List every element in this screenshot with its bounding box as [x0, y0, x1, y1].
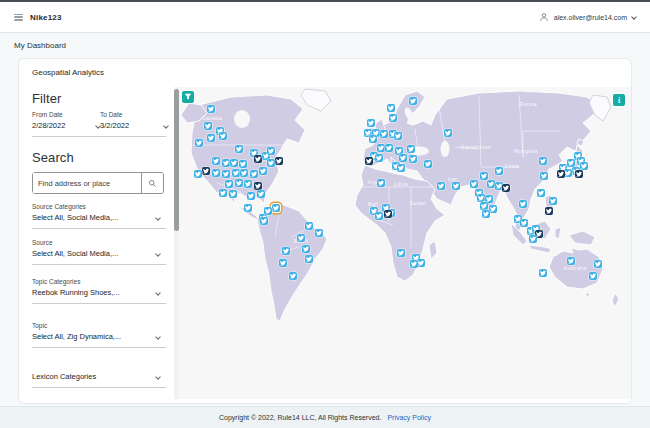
tweet-marker[interactable] — [480, 172, 488, 180]
tweet-marker[interactable] — [219, 189, 227, 197]
tweet-marker[interactable] — [272, 204, 280, 212]
tweet-marker[interactable] — [564, 169, 572, 177]
tweet-marker[interactable] — [365, 157, 373, 165]
tweet-marker[interactable] — [384, 210, 392, 218]
field-select[interactable]: Reebok Running Shoes,... — [32, 288, 160, 297]
tweet-marker[interactable] — [410, 260, 418, 268]
tweet-marker[interactable] — [539, 269, 547, 277]
tweet-marker[interactable] — [279, 259, 287, 267]
field-select[interactable]: Select All, Social Media,... — [32, 249, 160, 258]
tweet-marker[interactable] — [254, 182, 262, 190]
tweet-marker[interactable] — [580, 162, 588, 170]
tweet-marker[interactable] — [375, 154, 383, 162]
hamburger-menu-icon[interactable] — [14, 14, 23, 21]
user-menu[interactable]: alex.oliver@rule14.com — [539, 12, 636, 22]
search-input[interactable] — [33, 173, 141, 193]
privacy-policy-link[interactable]: Privacy Policy — [387, 414, 431, 421]
tweet-marker[interactable] — [482, 210, 490, 218]
tweet-marker[interactable] — [254, 155, 262, 163]
tweet-marker[interactable] — [567, 257, 575, 265]
to-date-select[interactable]: 3/2/2022 — [100, 121, 168, 130]
tweet-marker[interactable] — [594, 260, 602, 268]
tweet-marker[interactable] — [519, 200, 527, 208]
tweet-marker[interactable] — [369, 135, 377, 143]
tweet-marker[interactable] — [207, 105, 215, 113]
tweet-marker[interactable] — [545, 207, 553, 215]
tweet-marker[interactable] — [575, 170, 583, 178]
tweet-marker[interactable] — [529, 235, 537, 243]
tweet-marker[interactable] — [250, 170, 258, 178]
tweet-marker[interactable] — [444, 129, 452, 137]
tweet-marker[interactable] — [385, 144, 393, 152]
tweet-marker[interactable] — [409, 97, 417, 105]
tweet-marker[interactable] — [399, 154, 407, 162]
tweet-marker[interactable] — [387, 104, 395, 112]
tweet-marker[interactable] — [495, 167, 503, 175]
tweet-marker[interactable] — [394, 132, 402, 140]
from-date-select[interactable]: 2/28/2022 — [32, 121, 100, 130]
tweet-marker[interactable] — [380, 130, 388, 138]
tweet-marker[interactable] — [480, 202, 488, 210]
tweet-marker[interactable] — [219, 132, 227, 140]
tweet-marker[interactable] — [195, 139, 203, 147]
tweet-marker[interactable] — [315, 229, 323, 237]
tweet-marker[interactable] — [194, 170, 202, 178]
tweet-marker[interactable] — [367, 119, 375, 127]
field-select[interactable]: Select All, Social Media,... — [32, 213, 160, 222]
tweet-marker[interactable] — [424, 160, 432, 168]
tweet-marker[interactable] — [539, 157, 547, 165]
tweet-marker[interactable] — [397, 249, 405, 257]
tweet-marker[interactable] — [537, 189, 545, 197]
tweet-marker[interactable] — [244, 180, 252, 188]
tweet-marker[interactable] — [549, 197, 557, 205]
tweet-marker[interactable] — [397, 164, 405, 172]
tweet-marker[interactable] — [567, 159, 575, 167]
tweet-marker[interactable] — [389, 114, 397, 122]
tweet-marker[interactable] — [375, 212, 383, 220]
tweet-marker[interactable] — [204, 122, 212, 130]
tweet-marker[interactable] — [275, 157, 283, 165]
tweet-marker[interactable] — [235, 179, 243, 187]
tweet-marker[interactable] — [487, 180, 495, 188]
map-info-button[interactable]: i — [613, 94, 625, 106]
tweet-marker[interactable] — [267, 159, 275, 167]
tweet-marker[interactable] — [232, 169, 240, 177]
tweet-marker[interactable] — [202, 167, 210, 175]
tweet-marker[interactable] — [222, 170, 230, 178]
tweet-marker[interactable] — [502, 184, 510, 192]
tweet-marker[interactable] — [267, 147, 275, 155]
tweet-marker[interactable] — [557, 170, 565, 178]
tweet-marker[interactable] — [417, 259, 425, 267]
tweet-marker[interactable] — [289, 272, 297, 280]
tweet-marker[interactable] — [260, 217, 268, 225]
tweet-marker[interactable] — [225, 180, 233, 188]
tweet-marker[interactable] — [305, 255, 313, 263]
tweet-marker[interactable] — [240, 169, 248, 177]
tweet-marker[interactable] — [235, 145, 243, 153]
tweet-marker[interactable] — [297, 234, 305, 242]
tweet-marker[interactable] — [244, 204, 252, 212]
tweet-marker[interactable] — [407, 145, 415, 153]
field-select[interactable]: Lexicon Categories — [32, 372, 160, 381]
tweet-marker[interactable] — [257, 190, 265, 198]
tweet-marker[interactable] — [247, 192, 255, 200]
tweet-marker[interactable] — [520, 219, 528, 227]
tweet-marker[interactable] — [589, 272, 597, 280]
tweet-marker[interactable] — [239, 160, 247, 168]
tweet-marker[interactable] — [212, 169, 220, 177]
tweet-marker[interactable] — [222, 159, 230, 167]
tweet-marker[interactable] — [409, 155, 417, 163]
tweet-marker[interactable] — [282, 247, 290, 255]
tweet-marker[interactable] — [212, 157, 220, 165]
field-select[interactable]: Select All, Zig Dynamica,... — [32, 332, 160, 341]
tweet-marker[interactable] — [207, 134, 215, 142]
tweet-marker[interactable] — [305, 222, 313, 230]
map-filter-button[interactable] — [182, 91, 194, 103]
tweet-marker[interactable] — [229, 190, 237, 198]
tweet-marker[interactable] — [302, 245, 310, 253]
tweet-marker[interactable] — [437, 182, 445, 190]
map-canvas[interactable]: CanadaRussiaKazakhstanMongoliaChinaIranL… — [179, 87, 631, 399]
tweet-marker[interactable] — [489, 205, 497, 213]
tweet-marker[interactable] — [264, 207, 272, 215]
tweet-marker[interactable] — [377, 144, 385, 152]
